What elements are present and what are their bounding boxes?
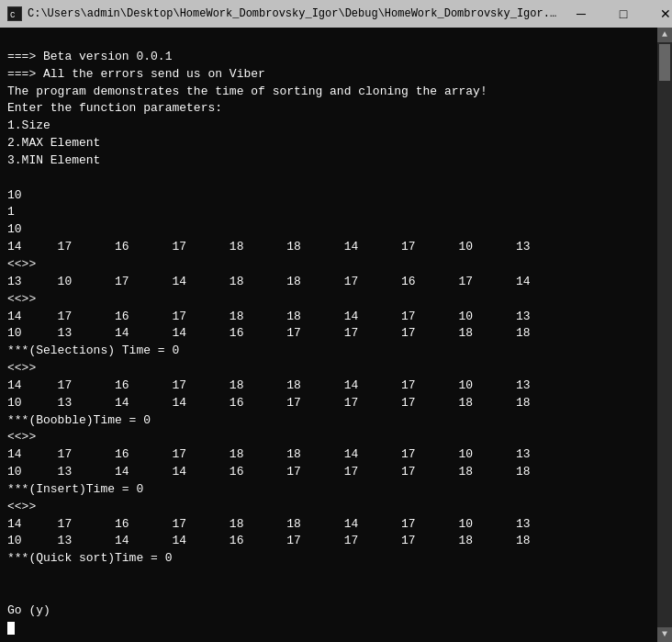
close-button[interactable]: ✕ — [644, 0, 672, 28]
terminal-output: ===> Beta version 0.0.1 ===> All the err… — [0, 28, 672, 642]
title-bar: C C:\Users\admin\Desktop\HomeWork_Dombro… — [0, 0, 672, 28]
scrollbar-thumb[interactable] — [659, 44, 670, 81]
title-bar-left: C C:\Users\admin\Desktop\HomeWork_Dombro… — [7, 6, 560, 21]
scrollbar[interactable]: ▲ ▼ — [657, 28, 672, 642]
terminal-content: ===> Beta version 0.0.1 ===> All the err… — [7, 49, 665, 637]
scrollbar-track[interactable] — [657, 42, 672, 627]
window-controls: ─ □ ✕ — [560, 0, 672, 28]
scrollbar-down-arrow[interactable]: ▼ — [657, 627, 672, 642]
scrollbar-up-arrow[interactable]: ▲ — [657, 28, 672, 42]
svg-text:C: C — [10, 11, 16, 20]
app-icon: C — [7, 6, 22, 21]
cursor — [7, 622, 15, 635]
maximize-button[interactable]: □ — [602, 0, 644, 28]
minimize-button[interactable]: ─ — [560, 0, 602, 28]
window-title: C:\Users\admin\Desktop\HomeWork_Dombrovs… — [28, 7, 560, 20]
